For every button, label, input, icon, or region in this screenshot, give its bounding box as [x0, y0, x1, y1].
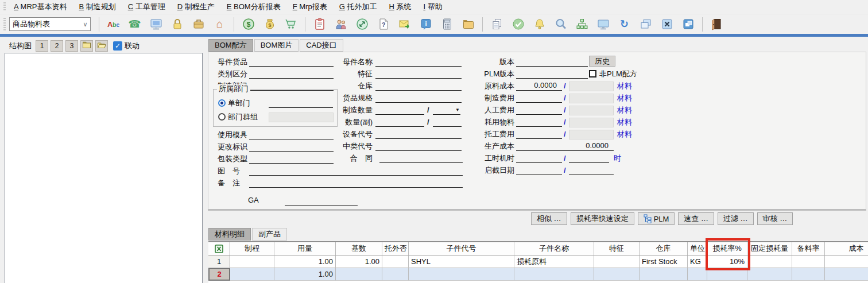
cell-基数[interactable] — [336, 268, 382, 281]
mfg-qty-unit-field[interactable]: ▼ — [433, 105, 460, 115]
expand-folder-button[interactable] — [95, 40, 108, 52]
column-header-固定损耗量[interactable]: 固定损耗量 — [747, 242, 792, 255]
tree-level-button-1[interactable]: 1 — [36, 40, 48, 52]
cell-子件名称[interactable] — [514, 268, 594, 281]
folder-icon[interactable] — [461, 17, 475, 32]
material-cost-field[interactable]: 0.0000 — [516, 81, 562, 91]
column-header-子件名称[interactable]: 子件名称 — [514, 242, 594, 255]
dept-group-radio[interactable] — [218, 113, 226, 121]
column-header-仓库[interactable]: 仓库 — [640, 242, 688, 255]
check-circle-icon[interactable] — [511, 17, 525, 32]
outsourcing-fee-field[interactable] — [516, 129, 562, 139]
tree-level-button-3[interactable]: 3 — [65, 40, 78, 52]
column-header-用量[interactable]: 用量 — [274, 242, 336, 255]
bell-icon[interactable] — [532, 17, 547, 32]
menu-item-E[interactable]: E BOM分析报表 — [222, 1, 285, 13]
mail-send-icon[interactable] — [397, 17, 412, 32]
calculator-icon[interactable] — [440, 17, 454, 32]
toolbar-grip[interactable] — [3, 2, 6, 11]
qty-aux-field[interactable] — [375, 117, 424, 127]
money-bag-icon[interactable]: $ — [262, 17, 277, 32]
cell-单位[interactable] — [688, 268, 707, 281]
cell-用量[interactable]: 1.00 — [274, 268, 336, 281]
column-header-基数[interactable]: 基数 — [336, 242, 382, 255]
feature-field[interactable] — [375, 69, 462, 79]
menu-item-A[interactable]: A MRP基本资料 — [9, 1, 71, 13]
history-button[interactable]: 历史 — [589, 56, 615, 67]
column-header-特征[interactable]: 特征 — [594, 242, 640, 255]
users-icon[interactable] — [334, 17, 348, 32]
tab-CAD接口[interactable]: CAD接口 — [300, 39, 343, 52]
cell-子件代号[interactable] — [409, 268, 514, 281]
sitemap-icon[interactable] — [575, 17, 589, 32]
column-header-子件代号[interactable]: 子件代号 — [409, 242, 514, 255]
select-all-corner[interactable] — [208, 242, 230, 255]
material-link[interactable]: 材料 — [617, 129, 632, 139]
copy-documents-icon[interactable] — [490, 17, 504, 32]
shopping-cart-icon[interactable] — [284, 17, 298, 32]
exit-door-icon[interactable] — [710, 17, 724, 32]
similar-button[interactable]: 相似 … — [531, 212, 567, 225]
plm-version-field[interactable] — [516, 69, 588, 79]
cell-特征[interactable] — [594, 255, 640, 268]
cell-成本[interactable] — [825, 268, 868, 281]
material-link[interactable]: 材料 — [617, 93, 632, 103]
ga-field[interactable] — [285, 196, 358, 206]
spec-field[interactable] — [375, 93, 462, 103]
version-field[interactable] — [516, 57, 588, 67]
cascade-windows-icon[interactable] — [638, 17, 653, 32]
column-header-托外否[interactable]: 托外否 — [382, 242, 409, 255]
monitor-icon[interactable] — [596, 17, 610, 32]
table-row[interactable]: 21.00 — [208, 268, 868, 281]
cell-损耗率%[interactable]: 10% — [707, 255, 747, 268]
parent-name-field[interactable] — [375, 57, 462, 67]
windows-icon[interactable] — [681, 17, 695, 32]
column-header-损耗率%[interactable]: 损耗率% — [707, 242, 747, 255]
hours-unit-link[interactable]: 时 — [614, 153, 621, 164]
menu-item-G[interactable]: G 托外加工 — [335, 1, 382, 13]
cell-子件代号[interactable]: SHYL — [409, 255, 514, 268]
cell-用量[interactable]: 1.00 — [274, 255, 336, 268]
single-dept-radio[interactable] — [218, 99, 226, 107]
cell-托外否[interactable] — [382, 268, 409, 281]
remark-field[interactable] — [249, 178, 463, 188]
quick-view-button[interactable]: 速查 … — [678, 212, 714, 225]
production-cost-field[interactable]: 0.0000 — [516, 141, 614, 151]
cell-成本[interactable] — [825, 255, 868, 268]
cell-备料率[interactable] — [792, 255, 825, 268]
cell-仓库[interactable]: First Stock — [640, 255, 688, 268]
mfg-qty-field[interactable] — [375, 105, 424, 115]
column-header-备料率[interactable]: 备料率 — [792, 242, 825, 255]
cell-仓库[interactable] — [640, 268, 688, 281]
cell-制程[interactable] — [230, 255, 274, 268]
material-link[interactable]: 材料 — [617, 81, 632, 91]
row-number[interactable]: 2 — [208, 268, 230, 281]
cell-固定损耗量[interactable] — [747, 255, 792, 268]
work-hours-field[interactable] — [516, 153, 562, 163]
cell-特征[interactable] — [594, 268, 640, 281]
loss-rate-quick-set-button[interactable]: 损耗率快速设定 — [571, 212, 634, 225]
row-number[interactable]: 1 — [208, 255, 230, 268]
search-icon[interactable] — [553, 17, 568, 32]
cell-基数[interactable]: 1.00 — [336, 255, 382, 268]
detail-tab-副产品[interactable]: 副产品 — [252, 228, 287, 241]
drawing-no-field[interactable] — [249, 166, 463, 176]
cell-子件名称[interactable]: 损耗原料 — [514, 255, 594, 268]
cell-单位[interactable]: KG — [688, 255, 707, 268]
linkage-checkbox[interactable]: ✓ — [113, 41, 122, 51]
column-header-单位[interactable]: 单位 — [688, 242, 707, 255]
refresh-icon[interactable]: ↻ — [617, 17, 631, 32]
briefcase-icon[interactable] — [191, 17, 206, 32]
non-plm-checkbox[interactable] — [589, 70, 596, 77]
cell-制程[interactable] — [230, 268, 274, 281]
help-document-icon[interactable]: ? — [376, 17, 390, 32]
cell-固定损耗量[interactable] — [747, 268, 792, 281]
menu-item-C[interactable]: C 工单管理 — [123, 1, 170, 13]
toolbar-grip[interactable] — [3, 18, 6, 30]
detail-tab-材料明细[interactable]: 材料明细 — [208, 228, 251, 241]
filter-button[interactable]: 过滤 … — [718, 212, 754, 225]
machine-hours-field[interactable] — [569, 153, 609, 163]
menu-item-D[interactable]: D 制程生产 — [173, 1, 219, 13]
mid-class-field[interactable] — [375, 141, 462, 151]
warehouse-field[interactable] — [375, 81, 462, 91]
